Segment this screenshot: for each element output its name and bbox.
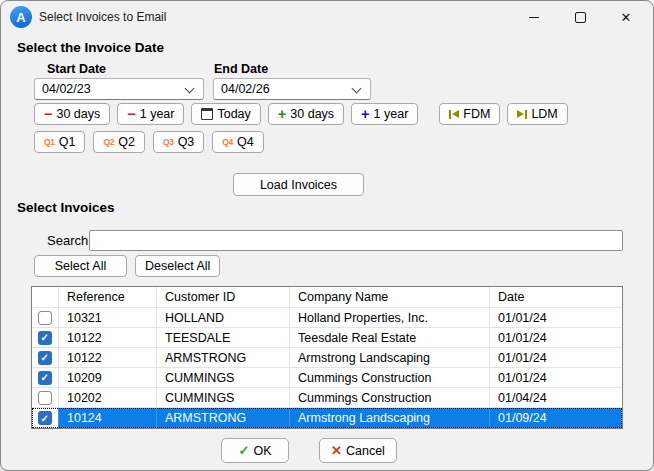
chevron-down-icon xyxy=(185,84,195,94)
check-icon: ✓ xyxy=(239,444,250,457)
cell-customer-id: HOLLAND xyxy=(157,308,290,327)
date-adjust-row: −30 days−1 yearToday+30 days+1 yearFDMLD… xyxy=(34,103,568,125)
header-cell-checkbox xyxy=(32,287,59,307)
quarter-badge-icon: Q1 xyxy=(44,137,55,147)
cell-date: 01/04/24 xyxy=(490,388,622,407)
select-all-button[interactable]: Select All xyxy=(34,255,127,277)
checkbox-cell xyxy=(32,328,59,347)
checkbox-cell xyxy=(32,388,59,407)
minus-30-days-button[interactable]: −30 days xyxy=(34,103,110,125)
start-date-label: Start Date xyxy=(47,62,106,76)
minus-icon: − xyxy=(44,107,52,122)
row-checkbox[interactable] xyxy=(38,371,52,385)
end-date-label: End Date xyxy=(214,62,268,76)
first-day-of-month-label: FDM xyxy=(463,107,490,121)
quarter-badge-icon: Q3 xyxy=(163,137,174,147)
plus-1-year-button[interactable]: +1 year xyxy=(351,103,418,125)
header-cell: Reference xyxy=(59,287,157,307)
first-day-of-month-button[interactable]: FDM xyxy=(439,103,500,125)
plus-icon: + xyxy=(361,107,369,122)
header-cell: Date xyxy=(490,287,622,307)
table-row[interactable]: 10209CUMMINGSCummings Construction01/01/… xyxy=(32,368,622,388)
maximize-icon xyxy=(575,12,586,23)
maximize-button[interactable] xyxy=(557,1,603,33)
last-day-of-month-label: LDM xyxy=(531,107,557,121)
minus-30-days-label: 30 days xyxy=(56,107,100,121)
checkbox-cell xyxy=(32,408,59,428)
row-checkbox[interactable] xyxy=(38,411,52,425)
window-controls: ✕ xyxy=(511,1,649,33)
checkbox-cell xyxy=(32,368,59,387)
cell-reference: 10122 xyxy=(59,348,157,367)
cell-company-name: Holland Properties, Inc. xyxy=(290,308,490,327)
footer-buttons: ✓ OK ✕ Cancel xyxy=(221,438,397,463)
plus-30-days-label: 30 days xyxy=(290,107,334,121)
skip-start-icon xyxy=(449,110,459,119)
app-icon: A xyxy=(10,6,32,28)
table-row[interactable]: 10124ARMSTRONGArmstrong Landscaping01/09… xyxy=(32,408,622,428)
table-row[interactable]: 10321HOLLANDHolland Properties, Inc.01/0… xyxy=(32,308,622,328)
last-day-of-month-button[interactable]: LDM xyxy=(507,103,567,125)
plus-30-days-button[interactable]: +30 days xyxy=(268,103,344,125)
today-button[interactable]: Today xyxy=(191,103,260,125)
cell-company-name: Armstrong Landscaping xyxy=(290,348,490,367)
cell-customer-id: ARMSTRONG xyxy=(157,348,290,367)
cancel-button[interactable]: ✕ Cancel xyxy=(319,438,397,463)
row-checkbox[interactable] xyxy=(38,391,52,405)
row-checkbox[interactable] xyxy=(38,311,52,325)
q4-button[interactable]: Q4Q4 xyxy=(212,131,263,153)
cell-date: 01/01/24 xyxy=(490,308,622,327)
today-label: Today xyxy=(217,107,250,121)
search-input[interactable] xyxy=(89,230,623,251)
table-row[interactable]: 10202CUMMINGSCummings Construction01/04/… xyxy=(32,388,622,408)
start-date-combobox[interactable]: 04/02/23 xyxy=(34,78,204,100)
titlebar: A Select Invoices to Email ✕ xyxy=(1,1,653,33)
table-row[interactable]: 10122ARMSTRONGArmstrong Landscaping01/01… xyxy=(32,348,622,368)
row-checkbox[interactable] xyxy=(38,331,52,345)
start-date-value: 04/02/23 xyxy=(42,82,91,96)
cell-date: 01/01/24 xyxy=(490,368,622,387)
end-date-combobox[interactable]: 04/02/26 xyxy=(213,78,371,100)
cell-reference: 10202 xyxy=(59,388,157,407)
minus-icon: − xyxy=(127,107,135,122)
select-invoices-dialog: A Select Invoices to Email ✕ Select the … xyxy=(0,0,654,471)
minus-1-year-button[interactable]: −1 year xyxy=(117,103,184,125)
plus-icon: + xyxy=(278,107,286,122)
table-row[interactable]: 10122TEESDALETeesdale Real Estate01/01/2… xyxy=(32,328,622,348)
q1-label: Q1 xyxy=(59,135,76,149)
close-button[interactable]: ✕ xyxy=(603,1,649,33)
cancel-label: Cancel xyxy=(346,444,385,458)
quarter-badge-icon: Q4 xyxy=(222,137,233,147)
q3-label: Q3 xyxy=(178,135,195,149)
ok-button[interactable]: ✓ OK xyxy=(221,438,289,463)
select-buttons-row: Select All Deselect All xyxy=(34,255,220,277)
cell-company-name: Teesdale Real Estate xyxy=(290,328,490,347)
cell-reference: 10122 xyxy=(59,328,157,347)
table-header-row: ReferenceCustomer IDCompany NameDate xyxy=(32,287,622,308)
minimize-button[interactable] xyxy=(511,1,557,33)
header-cell: Customer ID xyxy=(157,287,290,307)
q1-button[interactable]: Q1Q1 xyxy=(34,131,85,153)
load-invoices-button[interactable]: Load Invoices xyxy=(233,173,364,196)
chevron-down-icon xyxy=(352,84,362,94)
screen: A Select Invoices to Email ✕ Select the … xyxy=(0,0,654,471)
ok-label: OK xyxy=(253,444,271,458)
skip-end-icon xyxy=(517,110,527,119)
close-icon: ✕ xyxy=(621,11,632,24)
end-date-value: 04/02/26 xyxy=(221,82,270,96)
row-checkbox[interactable] xyxy=(38,351,52,365)
cell-customer-id: TEESDALE xyxy=(157,328,290,347)
invoice-table: ReferenceCustomer IDCompany NameDate1032… xyxy=(31,286,623,429)
plus-1-year-label: 1 year xyxy=(374,107,409,121)
cell-customer-id: CUMMINGS xyxy=(157,368,290,387)
q2-label: Q2 xyxy=(118,135,135,149)
calendar-icon xyxy=(201,108,213,120)
q2-button[interactable]: Q2Q2 xyxy=(93,131,144,153)
header-cell: Company Name xyxy=(290,287,490,307)
deselect-all-button[interactable]: Deselect All xyxy=(135,255,220,277)
checkbox-cell xyxy=(32,308,59,327)
cell-date: 01/09/24 xyxy=(490,408,622,428)
select-invoices-heading: Select Invoices xyxy=(17,200,115,215)
q3-button[interactable]: Q3Q3 xyxy=(153,131,204,153)
minus-1-year-label: 1 year xyxy=(140,107,175,121)
